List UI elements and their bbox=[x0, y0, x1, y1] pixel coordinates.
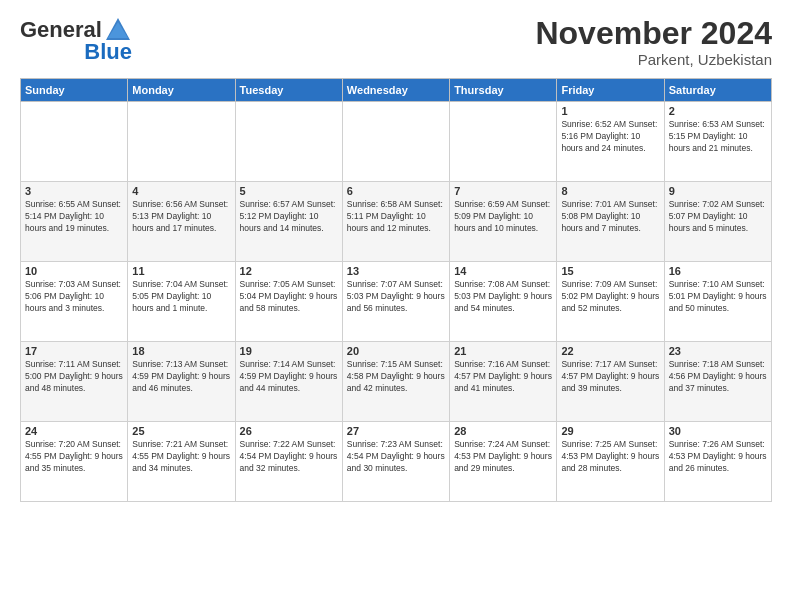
calendar-cell: 13Sunrise: 7:07 AM Sunset: 5:03 PM Dayli… bbox=[342, 262, 449, 342]
day-info: Sunrise: 6:57 AM Sunset: 5:12 PM Dayligh… bbox=[240, 199, 338, 235]
weekday-header-row: SundayMondayTuesdayWednesdayThursdayFrid… bbox=[21, 79, 772, 102]
calendar-cell: 28Sunrise: 7:24 AM Sunset: 4:53 PM Dayli… bbox=[450, 422, 557, 502]
calendar-cell bbox=[342, 102, 449, 182]
day-number: 29 bbox=[561, 425, 659, 437]
day-info: Sunrise: 7:26 AM Sunset: 4:53 PM Dayligh… bbox=[669, 439, 767, 475]
day-info: Sunrise: 6:56 AM Sunset: 5:13 PM Dayligh… bbox=[132, 199, 230, 235]
logo: General Blue bbox=[20, 16, 132, 64]
day-info: Sunrise: 7:11 AM Sunset: 5:00 PM Dayligh… bbox=[25, 359, 123, 395]
day-number: 9 bbox=[669, 185, 767, 197]
day-info: Sunrise: 7:23 AM Sunset: 4:54 PM Dayligh… bbox=[347, 439, 445, 475]
day-number: 8 bbox=[561, 185, 659, 197]
day-info: Sunrise: 7:04 AM Sunset: 5:05 PM Dayligh… bbox=[132, 279, 230, 315]
calendar-cell: 16Sunrise: 7:10 AM Sunset: 5:01 PM Dayli… bbox=[664, 262, 771, 342]
week-row-4: 17Sunrise: 7:11 AM Sunset: 5:00 PM Dayli… bbox=[21, 342, 772, 422]
calendar-cell: 6Sunrise: 6:58 AM Sunset: 5:11 PM Daylig… bbox=[342, 182, 449, 262]
calendar-cell: 26Sunrise: 7:22 AM Sunset: 4:54 PM Dayli… bbox=[235, 422, 342, 502]
day-info: Sunrise: 7:21 AM Sunset: 4:55 PM Dayligh… bbox=[132, 439, 230, 475]
day-info: Sunrise: 7:02 AM Sunset: 5:07 PM Dayligh… bbox=[669, 199, 767, 235]
day-number: 23 bbox=[669, 345, 767, 357]
day-number: 11 bbox=[132, 265, 230, 277]
day-info: Sunrise: 6:52 AM Sunset: 5:16 PM Dayligh… bbox=[561, 119, 659, 155]
day-number: 27 bbox=[347, 425, 445, 437]
day-info: Sunrise: 7:13 AM Sunset: 4:59 PM Dayligh… bbox=[132, 359, 230, 395]
calendar-cell: 2Sunrise: 6:53 AM Sunset: 5:15 PM Daylig… bbox=[664, 102, 771, 182]
day-info: Sunrise: 6:53 AM Sunset: 5:15 PM Dayligh… bbox=[669, 119, 767, 155]
day-info: Sunrise: 7:16 AM Sunset: 4:57 PM Dayligh… bbox=[454, 359, 552, 395]
calendar-cell: 20Sunrise: 7:15 AM Sunset: 4:58 PM Dayli… bbox=[342, 342, 449, 422]
day-info: Sunrise: 7:07 AM Sunset: 5:03 PM Dayligh… bbox=[347, 279, 445, 315]
calendar-cell: 14Sunrise: 7:08 AM Sunset: 5:03 PM Dayli… bbox=[450, 262, 557, 342]
day-info: Sunrise: 7:25 AM Sunset: 4:53 PM Dayligh… bbox=[561, 439, 659, 475]
page: General Blue November 2024 Parkent, Uzbe… bbox=[0, 0, 792, 612]
day-info: Sunrise: 7:10 AM Sunset: 5:01 PM Dayligh… bbox=[669, 279, 767, 315]
weekday-monday: Monday bbox=[128, 79, 235, 102]
week-row-1: 1Sunrise: 6:52 AM Sunset: 5:16 PM Daylig… bbox=[21, 102, 772, 182]
calendar-cell: 7Sunrise: 6:59 AM Sunset: 5:09 PM Daylig… bbox=[450, 182, 557, 262]
weekday-wednesday: Wednesday bbox=[342, 79, 449, 102]
day-number: 22 bbox=[561, 345, 659, 357]
day-info: Sunrise: 7:05 AM Sunset: 5:04 PM Dayligh… bbox=[240, 279, 338, 315]
weekday-thursday: Thursday bbox=[450, 79, 557, 102]
day-number: 17 bbox=[25, 345, 123, 357]
day-number: 2 bbox=[669, 105, 767, 117]
day-number: 7 bbox=[454, 185, 552, 197]
weekday-friday: Friday bbox=[557, 79, 664, 102]
calendar-cell: 15Sunrise: 7:09 AM Sunset: 5:02 PM Dayli… bbox=[557, 262, 664, 342]
weekday-tuesday: Tuesday bbox=[235, 79, 342, 102]
day-number: 5 bbox=[240, 185, 338, 197]
day-number: 14 bbox=[454, 265, 552, 277]
calendar-cell bbox=[128, 102, 235, 182]
day-number: 16 bbox=[669, 265, 767, 277]
calendar-cell: 19Sunrise: 7:14 AM Sunset: 4:59 PM Dayli… bbox=[235, 342, 342, 422]
calendar-cell: 1Sunrise: 6:52 AM Sunset: 5:16 PM Daylig… bbox=[557, 102, 664, 182]
day-number: 12 bbox=[240, 265, 338, 277]
calendar-cell: 12Sunrise: 7:05 AM Sunset: 5:04 PM Dayli… bbox=[235, 262, 342, 342]
calendar-cell bbox=[235, 102, 342, 182]
day-info: Sunrise: 7:17 AM Sunset: 4:57 PM Dayligh… bbox=[561, 359, 659, 395]
day-info: Sunrise: 7:18 AM Sunset: 4:56 PM Dayligh… bbox=[669, 359, 767, 395]
day-number: 25 bbox=[132, 425, 230, 437]
logo-blue: Blue bbox=[84, 40, 132, 64]
calendar-cell: 30Sunrise: 7:26 AM Sunset: 4:53 PM Dayli… bbox=[664, 422, 771, 502]
day-number: 20 bbox=[347, 345, 445, 357]
calendar-cell: 22Sunrise: 7:17 AM Sunset: 4:57 PM Dayli… bbox=[557, 342, 664, 422]
day-info: Sunrise: 7:08 AM Sunset: 5:03 PM Dayligh… bbox=[454, 279, 552, 315]
calendar-cell: 27Sunrise: 7:23 AM Sunset: 4:54 PM Dayli… bbox=[342, 422, 449, 502]
day-number: 28 bbox=[454, 425, 552, 437]
day-number: 24 bbox=[25, 425, 123, 437]
weekday-saturday: Saturday bbox=[664, 79, 771, 102]
month-title: November 2024 bbox=[535, 16, 772, 51]
day-number: 3 bbox=[25, 185, 123, 197]
calendar-cell: 8Sunrise: 7:01 AM Sunset: 5:08 PM Daylig… bbox=[557, 182, 664, 262]
day-number: 18 bbox=[132, 345, 230, 357]
day-number: 13 bbox=[347, 265, 445, 277]
calendar-cell: 5Sunrise: 6:57 AM Sunset: 5:12 PM Daylig… bbox=[235, 182, 342, 262]
svg-marker-1 bbox=[108, 22, 128, 38]
calendar-cell: 25Sunrise: 7:21 AM Sunset: 4:55 PM Dayli… bbox=[128, 422, 235, 502]
day-info: Sunrise: 7:24 AM Sunset: 4:53 PM Dayligh… bbox=[454, 439, 552, 475]
calendar-cell: 4Sunrise: 6:56 AM Sunset: 5:13 PM Daylig… bbox=[128, 182, 235, 262]
day-info: Sunrise: 7:22 AM Sunset: 4:54 PM Dayligh… bbox=[240, 439, 338, 475]
day-info: Sunrise: 7:09 AM Sunset: 5:02 PM Dayligh… bbox=[561, 279, 659, 315]
calendar-cell: 10Sunrise: 7:03 AM Sunset: 5:06 PM Dayli… bbox=[21, 262, 128, 342]
week-row-2: 3Sunrise: 6:55 AM Sunset: 5:14 PM Daylig… bbox=[21, 182, 772, 262]
day-number: 4 bbox=[132, 185, 230, 197]
calendar-cell: 23Sunrise: 7:18 AM Sunset: 4:56 PM Dayli… bbox=[664, 342, 771, 422]
weekday-sunday: Sunday bbox=[21, 79, 128, 102]
calendar-cell bbox=[21, 102, 128, 182]
day-info: Sunrise: 6:55 AM Sunset: 5:14 PM Dayligh… bbox=[25, 199, 123, 235]
day-number: 6 bbox=[347, 185, 445, 197]
header: General Blue November 2024 Parkent, Uzbe… bbox=[20, 16, 772, 68]
calendar-cell bbox=[450, 102, 557, 182]
calendar-cell: 29Sunrise: 7:25 AM Sunset: 4:53 PM Dayli… bbox=[557, 422, 664, 502]
day-info: Sunrise: 6:58 AM Sunset: 5:11 PM Dayligh… bbox=[347, 199, 445, 235]
calendar: SundayMondayTuesdayWednesdayThursdayFrid… bbox=[20, 78, 772, 502]
calendar-cell: 17Sunrise: 7:11 AM Sunset: 5:00 PM Dayli… bbox=[21, 342, 128, 422]
day-info: Sunrise: 7:20 AM Sunset: 4:55 PM Dayligh… bbox=[25, 439, 123, 475]
day-info: Sunrise: 7:15 AM Sunset: 4:58 PM Dayligh… bbox=[347, 359, 445, 395]
day-number: 30 bbox=[669, 425, 767, 437]
day-number: 15 bbox=[561, 265, 659, 277]
day-info: Sunrise: 6:59 AM Sunset: 5:09 PM Dayligh… bbox=[454, 199, 552, 235]
day-number: 1 bbox=[561, 105, 659, 117]
